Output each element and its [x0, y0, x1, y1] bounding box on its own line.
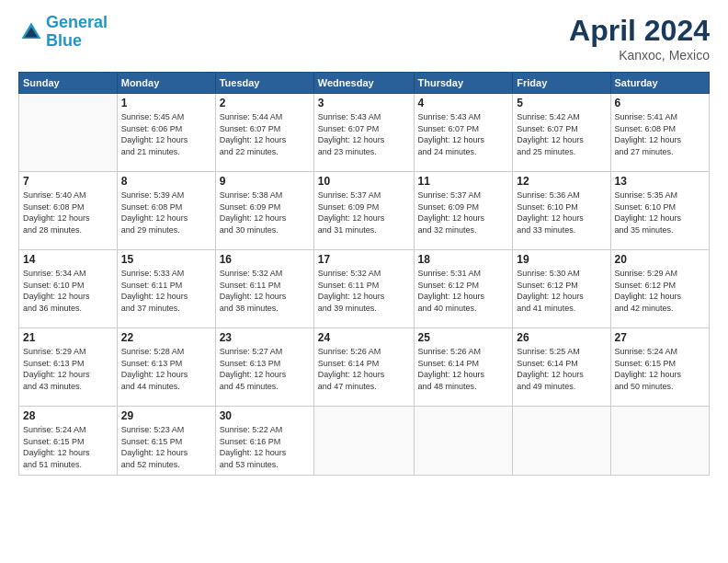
calendar-cell: 8Sunrise: 5:39 AMSunset: 6:08 PMDaylight…: [117, 172, 215, 250]
calendar-cell: [610, 407, 709, 476]
calendar-table: Sunday Monday Tuesday Wednesday Thursday…: [18, 72, 710, 476]
day-info: Sunrise: 5:26 AMSunset: 6:14 PMDaylight:…: [318, 346, 410, 392]
day-info: Sunrise: 5:22 AMSunset: 6:16 PMDaylight:…: [220, 424, 310, 470]
calendar-cell: 16Sunrise: 5:32 AMSunset: 6:11 PMDayligh…: [215, 250, 313, 328]
day-number: 27: [615, 331, 705, 344]
page: General Blue April 2024 Kanxoc, Mexico S…: [0, 0, 728, 563]
day-info: Sunrise: 5:42 AMSunset: 6:07 PMDaylight:…: [517, 111, 606, 157]
day-info: Sunrise: 5:29 AMSunset: 6:12 PMDaylight:…: [615, 268, 705, 314]
calendar-cell: 19Sunrise: 5:30 AMSunset: 6:12 PMDayligh…: [513, 250, 610, 328]
day-info: Sunrise: 5:35 AMSunset: 6:10 PMDaylight:…: [615, 190, 705, 236]
calendar-cell: 2Sunrise: 5:44 AMSunset: 6:07 PMDaylight…: [215, 94, 313, 172]
day-info: Sunrise: 5:40 AMSunset: 6:08 PMDaylight:…: [23, 190, 113, 236]
day-number: 25: [418, 331, 509, 344]
calendar-cell: [19, 94, 118, 172]
calendar-cell: 14Sunrise: 5:34 AMSunset: 6:10 PMDayligh…: [19, 250, 118, 328]
day-number: 9: [220, 175, 310, 188]
calendar-cell: 10Sunrise: 5:37 AMSunset: 6:09 PMDayligh…: [313, 172, 414, 250]
day-number: 17: [318, 253, 410, 266]
day-number: 23: [220, 331, 310, 344]
month-title: April 2024: [569, 14, 710, 48]
calendar-cell: 27Sunrise: 5:24 AMSunset: 6:15 PMDayligh…: [610, 328, 709, 407]
day-info: Sunrise: 5:37 AMSunset: 6:09 PMDaylight:…: [318, 190, 410, 236]
calendar-cell: 1Sunrise: 5:45 AMSunset: 6:06 PMDaylight…: [117, 94, 215, 172]
calendar-cell: 24Sunrise: 5:26 AMSunset: 6:14 PMDayligh…: [313, 328, 414, 407]
day-info: Sunrise: 5:29 AMSunset: 6:13 PMDaylight:…: [23, 346, 113, 392]
calendar-cell: 17Sunrise: 5:32 AMSunset: 6:11 PMDayligh…: [313, 250, 414, 328]
day-info: Sunrise: 5:24 AMSunset: 6:15 PMDaylight:…: [23, 424, 113, 470]
day-number: 3: [318, 97, 410, 109]
calendar-cell: 12Sunrise: 5:36 AMSunset: 6:10 PMDayligh…: [513, 172, 610, 250]
day-number: 26: [517, 331, 606, 344]
calendar-cell: 28Sunrise: 5:24 AMSunset: 6:15 PMDayligh…: [19, 407, 118, 476]
calendar-cell: 22Sunrise: 5:28 AMSunset: 6:13 PMDayligh…: [117, 328, 215, 407]
day-number: 13: [615, 175, 705, 188]
day-number: 30: [220, 409, 310, 422]
calendar-cell: 7Sunrise: 5:40 AMSunset: 6:08 PMDaylight…: [19, 172, 118, 250]
calendar-cell: 30Sunrise: 5:22 AMSunset: 6:16 PMDayligh…: [215, 407, 313, 476]
calendar-cell: 26Sunrise: 5:25 AMSunset: 6:14 PMDayligh…: [513, 328, 610, 407]
day-number: 11: [418, 175, 509, 188]
day-info: Sunrise: 5:43 AMSunset: 6:07 PMDaylight:…: [318, 111, 410, 157]
day-number: 24: [318, 331, 410, 344]
calendar-cell: 3Sunrise: 5:43 AMSunset: 6:07 PMDaylight…: [313, 94, 414, 172]
day-number: 15: [121, 253, 211, 266]
day-info: Sunrise: 5:31 AMSunset: 6:12 PMDaylight:…: [418, 268, 509, 314]
day-number: 16: [220, 253, 310, 266]
day-number: 6: [615, 97, 705, 109]
calendar-cell: [513, 407, 610, 476]
day-info: Sunrise: 5:34 AMSunset: 6:10 PMDaylight:…: [23, 268, 113, 314]
day-number: 12: [517, 175, 606, 188]
day-number: 8: [121, 175, 211, 188]
day-number: 28: [23, 409, 113, 422]
header: General Blue April 2024 Kanxoc, Mexico: [18, 14, 710, 63]
col-monday: Monday: [117, 73, 215, 94]
calendar-cell: 4Sunrise: 5:43 AMSunset: 6:07 PMDaylight…: [414, 94, 513, 172]
calendar-cell: 15Sunrise: 5:33 AMSunset: 6:11 PMDayligh…: [117, 250, 215, 328]
calendar-cell: 25Sunrise: 5:26 AMSunset: 6:14 PMDayligh…: [414, 328, 513, 407]
calendar-cell: 6Sunrise: 5:41 AMSunset: 6:08 PMDaylight…: [610, 94, 709, 172]
col-saturday: Saturday: [610, 73, 709, 94]
logo-icon: [18, 19, 44, 45]
col-tuesday: Tuesday: [215, 73, 313, 94]
day-info: Sunrise: 5:44 AMSunset: 6:07 PMDaylight:…: [220, 111, 310, 157]
day-number: 22: [121, 331, 211, 344]
calendar-cell: 29Sunrise: 5:23 AMSunset: 6:15 PMDayligh…: [117, 407, 215, 476]
calendar-cell: 5Sunrise: 5:42 AMSunset: 6:07 PMDaylight…: [513, 94, 610, 172]
day-info: Sunrise: 5:45 AMSunset: 6:06 PMDaylight:…: [121, 111, 211, 157]
day-number: 14: [23, 253, 113, 266]
day-info: Sunrise: 5:26 AMSunset: 6:14 PMDaylight:…: [418, 346, 509, 392]
day-number: 19: [517, 253, 606, 266]
day-info: Sunrise: 5:30 AMSunset: 6:12 PMDaylight:…: [517, 268, 606, 314]
day-number: 7: [23, 175, 113, 188]
day-number: 29: [121, 409, 211, 422]
day-number: 2: [220, 97, 310, 109]
calendar-cell: 21Sunrise: 5:29 AMSunset: 6:13 PMDayligh…: [19, 328, 118, 407]
day-number: 10: [318, 175, 410, 188]
day-info: Sunrise: 5:27 AMSunset: 6:13 PMDaylight:…: [220, 346, 310, 392]
day-number: 4: [418, 97, 509, 109]
calendar-cell: 11Sunrise: 5:37 AMSunset: 6:09 PMDayligh…: [414, 172, 513, 250]
day-info: Sunrise: 5:33 AMSunset: 6:11 PMDaylight:…: [121, 268, 211, 314]
day-info: Sunrise: 5:38 AMSunset: 6:09 PMDaylight:…: [220, 190, 310, 236]
calendar-cell: [414, 407, 513, 476]
day-info: Sunrise: 5:39 AMSunset: 6:08 PMDaylight:…: [121, 190, 211, 236]
day-info: Sunrise: 5:41 AMSunset: 6:08 PMDaylight:…: [615, 111, 705, 157]
logo-text: General Blue: [46, 14, 108, 51]
col-wednesday: Wednesday: [313, 73, 414, 94]
calendar-cell: [313, 407, 414, 476]
calendar-cell: 23Sunrise: 5:27 AMSunset: 6:13 PMDayligh…: [215, 328, 313, 407]
day-info: Sunrise: 5:28 AMSunset: 6:13 PMDaylight:…: [121, 346, 211, 392]
logo: General Blue: [18, 14, 108, 51]
day-number: 5: [517, 97, 606, 109]
col-thursday: Thursday: [414, 73, 513, 94]
day-info: Sunrise: 5:25 AMSunset: 6:14 PMDaylight:…: [517, 346, 606, 392]
calendar-cell: 18Sunrise: 5:31 AMSunset: 6:12 PMDayligh…: [414, 250, 513, 328]
day-info: Sunrise: 5:24 AMSunset: 6:15 PMDaylight:…: [615, 346, 705, 392]
calendar-header-row: Sunday Monday Tuesday Wednesday Thursday…: [19, 73, 710, 94]
day-number: 20: [615, 253, 705, 266]
calendar-cell: 13Sunrise: 5:35 AMSunset: 6:10 PMDayligh…: [610, 172, 709, 250]
location: Kanxoc, Mexico: [569, 48, 710, 63]
col-friday: Friday: [513, 73, 610, 94]
col-sunday: Sunday: [19, 73, 118, 94]
